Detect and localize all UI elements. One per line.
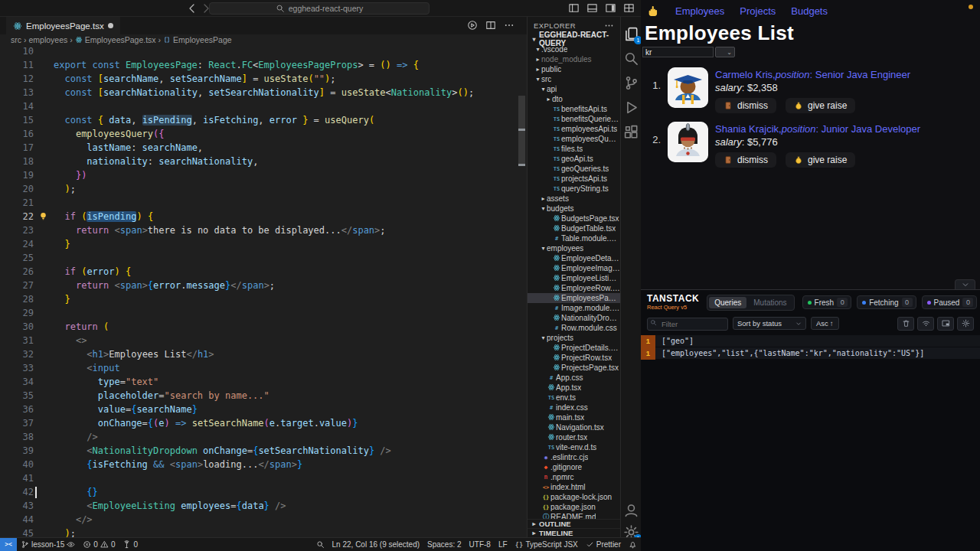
explorer-file-benefitsapi-ts[interactable]: TSbenefitsApi.ts [528, 104, 620, 114]
run-file-icon[interactable] [467, 20, 478, 31]
devtools-filter-input[interactable] [647, 318, 728, 331]
formatter-item[interactable]: Prettier [582, 538, 625, 551]
give-raise-button[interactable]: give raise [786, 152, 855, 168]
explorer-file-main-tsx[interactable]: main.tsx [528, 412, 620, 422]
name-search-input[interactable] [642, 47, 714, 57]
dismiss-button[interactable]: dismiss [715, 152, 776, 168]
explorer-file-app-tsx[interactable]: App.tsx [528, 383, 620, 393]
explorer-file-image-module-css[interactable]: #Image.module.css [528, 303, 620, 313]
explorer-file-index-css[interactable]: #index.css [528, 403, 620, 412]
explorer-folder-dto[interactable]: ▸dto [528, 94, 620, 104]
explorer-file-employeesapi-ts[interactable]: TSemployeesApi.ts [528, 124, 620, 134]
cursor-position-item[interactable]: Ln 22, Col 16 (9 selected) [328, 538, 424, 551]
explorer-file-employeesqueries-ts[interactable]: TSemployeesQueries.ts [528, 134, 620, 144]
explorer-more-icon[interactable] [604, 21, 614, 31]
employee-name-link[interactable]: Carmelo Kris,position: Senior Java Engin… [715, 69, 910, 80]
explorer-file-querystring-ts[interactable]: TSqueryString.ts [528, 184, 620, 194]
explorer-folder-assets[interactable]: ▸assets [528, 194, 620, 204]
breadcrumb[interactable]: src›employees›EmployeesPage.tsx›Employee… [0, 34, 527, 44]
tanstack-logo[interactable]: TANSTACK React Query v5 [647, 294, 699, 311]
explorer-folder-node-modules[interactable]: ▸node_modules [528, 54, 620, 64]
explorer-folder--vscode[interactable]: ▾.vscode [528, 44, 620, 54]
account-icon[interactable] [623, 502, 639, 518]
explorer-file-package-lock-json[interactable]: {}package-lock.json [528, 492, 620, 502]
explorer-activity-icon[interactable]: 1 [623, 26, 639, 42]
lightbulb-icon[interactable] [38, 211, 48, 221]
explorer-folder-api[interactable]: ▾api [528, 84, 620, 94]
dismiss-button[interactable]: dismiss [715, 98, 776, 113]
nationality-dropdown[interactable]: ⌄ [715, 47, 735, 57]
breadcrumb-item[interactable]: EmployeesPage.tsx [75, 35, 156, 44]
explorer-file-employeerow-tsx[interactable]: EmployeeRow.tsx [528, 283, 620, 293]
explorer-folder-projects[interactable]: ▾projects [528, 333, 620, 343]
explorer-folder-employees[interactable]: ▾employees [528, 243, 620, 253]
pip-mode-button[interactable] [937, 317, 954, 331]
explorer-file--gitignore[interactable]: ◆.gitignore [528, 462, 620, 472]
encoding-item[interactable]: UTF-8 [466, 538, 495, 551]
explorer-file-package-json[interactable]: {}package.json [528, 502, 620, 512]
explorer-file--eslintrc-cjs[interactable]: ◉.eslintrc.cjs [528, 452, 620, 462]
git-branch-item[interactable]: lesson-15 [17, 538, 79, 551]
explorer-file-row-module-css[interactable]: #Row.module.css [528, 323, 620, 333]
offline-toggle-button[interactable] [917, 317, 934, 331]
toggle-panel-icon[interactable] [586, 2, 598, 14]
give-raise-button[interactable]: give raise [786, 98, 855, 113]
query-row[interactable]: 1["employees","list",{"lastName":"kr","n… [641, 347, 980, 360]
explorer-file-budgettable-tsx[interactable]: BudgetTable.tsx [528, 223, 620, 233]
explorer-file-employeedetails-tsx[interactable]: EmployeeDetails.tsx [528, 253, 620, 263]
explorer-file-geoapi-ts[interactable]: TSgeoApi.ts [528, 154, 620, 164]
history-back-icon[interactable] [186, 2, 198, 15]
explorer-folder-public[interactable]: ▸public [528, 64, 620, 74]
explorer-file-employeelisting-tsx[interactable]: EmployeeListing.tsx [528, 273, 620, 283]
split-editor-icon[interactable] [485, 20, 496, 31]
explorer-file-projectspage-tsx[interactable]: ProjectsPage.tsx [528, 363, 620, 373]
nav-link-projects[interactable]: Projects [740, 5, 776, 17]
code-editor[interactable]: 1011export const EmployeesPage: React.FC… [0, 44, 527, 537]
problems-item[interactable]: 0 0 [79, 538, 119, 551]
editor-scrollbar[interactable] [518, 96, 525, 166]
explorer-root-folder[interactable]: ▾ EGGHEAD-REACT-QUERY [528, 34, 620, 44]
unsaved-dot-icon[interactable] [108, 23, 113, 28]
toggle-sidebar-icon[interactable] [568, 2, 580, 14]
breadcrumb-item[interactable]: employees [29, 35, 68, 44]
explorer-file-table-module-css[interactable]: #Table.module.css [528, 233, 620, 243]
devtools-collapse-button[interactable] [955, 279, 975, 289]
explorer-file-projectrow-tsx[interactable]: ProjectRow.tsx [528, 353, 620, 363]
devtools-tab-mutations[interactable]: Mutations [748, 297, 792, 308]
devtools-tab-queries[interactable]: Queries [709, 297, 746, 308]
timeline-section[interactable]: ▸TIMELINE [528, 528, 620, 537]
explorer-file-index-html[interactable]: <>index.html [528, 482, 620, 492]
query-row[interactable]: 1["geo"] [641, 335, 980, 347]
sort-by-select[interactable]: Sort by status [733, 317, 806, 330]
notifications-item[interactable] [625, 538, 641, 551]
run-debug-icon[interactable] [623, 99, 639, 116]
explorer-file-router-tsx[interactable]: router.tsx [528, 432, 620, 442]
explorer-file-projectsapi-ts[interactable]: TSprojectsApi.ts [528, 174, 620, 184]
explorer-file-navigation-tsx[interactable]: Navigation.tsx [528, 422, 620, 432]
breadcrumb-item[interactable]: EmployeesPage [163, 35, 231, 44]
indentation-item[interactable]: Spaces: 2 [423, 538, 465, 551]
tab-employeespage[interactable]: EmployeesPage.tsx [6, 17, 120, 34]
breadcrumb-item[interactable]: src [11, 35, 21, 44]
explorer-file-employeespage-tsx[interactable]: EmployeesPage.tsx [528, 293, 620, 303]
zoom-indicator[interactable] [312, 538, 328, 551]
nav-link-budgets[interactable]: Budgets [791, 5, 828, 17]
toggle-secondary-sidebar-icon[interactable] [605, 2, 616, 14]
command-center-search[interactable]: egghead-react-query [209, 2, 430, 15]
explorer-file-geoqueries-ts[interactable]: TSgeoQueries.ts [528, 164, 620, 174]
language-mode-item[interactable]: {} TypeScript JSX [511, 538, 582, 551]
devtools-settings-button[interactable] [957, 317, 974, 331]
explorer-file-vite-env-d-ts[interactable]: TSvite-env.d.ts [528, 442, 620, 452]
explorer-file-nationalitydropdown-[interactable]: NationalityDropdown... [528, 313, 620, 323]
remote-indicator[interactable]: >< [0, 538, 17, 551]
source-control-icon[interactable] [623, 75, 639, 91]
employee-name-link[interactable]: Shania Krajcik,position: Junior Java Dev… [715, 123, 920, 135]
status-pill-fetching[interactable]: Fetching0 [857, 295, 916, 309]
explorer-folder-src[interactable]: ▾src [528, 74, 620, 84]
explorer-file-employeeimage-tsx[interactable]: EmployeeImage.tsx [528, 263, 620, 273]
explorer-folder-budgets[interactable]: ▾budgets [528, 204, 620, 214]
explorer-file-benefitsqueries-ts[interactable]: TSbenefitsQueries.ts [528, 114, 620, 124]
ports-item[interactable]: 0 [119, 538, 142, 551]
customize-layout-icon[interactable] [623, 2, 635, 14]
status-pill-paused[interactable]: Paused0 [922, 295, 978, 309]
